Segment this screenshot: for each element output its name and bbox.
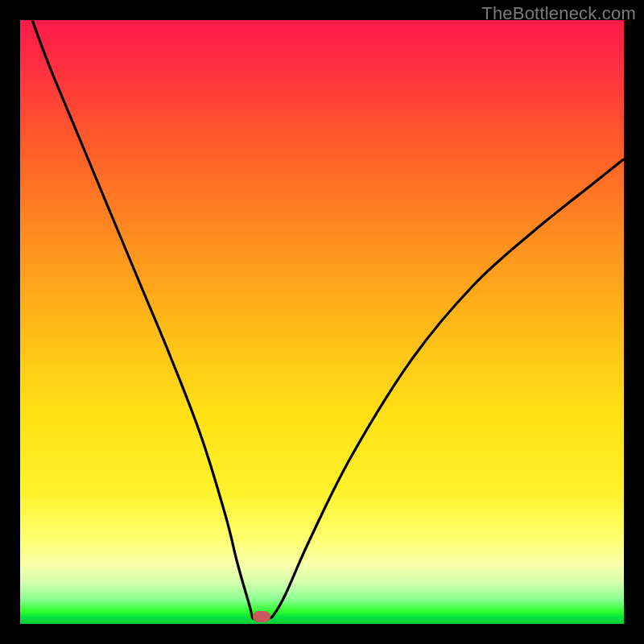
bottleneck-curve <box>20 20 624 624</box>
optimal-marker <box>253 611 270 622</box>
plot-area <box>20 20 624 624</box>
watermark-text: TheBottleneck.com <box>481 3 636 24</box>
